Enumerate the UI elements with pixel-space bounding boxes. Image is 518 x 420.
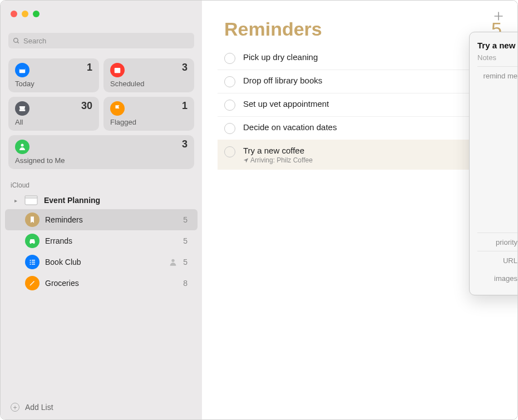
list-errands[interactable]: Errands5	[5, 230, 198, 251]
complete-checkbox[interactable]	[224, 53, 235, 64]
minimize-window-button[interactable]	[22, 11, 28, 17]
reminder-title: Drop off library books	[243, 76, 504, 85]
reminder-subtitle: Arriving: Philz Coffee	[243, 156, 487, 164]
reminder-title: Set up vet appointment	[243, 99, 504, 108]
smart-all-count: 30	[81, 100, 92, 112]
list-count: 8	[183, 279, 188, 288]
svg-rect-8	[25, 196, 37, 198]
priority-label: priority	[477, 238, 517, 246]
list-count: 5	[183, 236, 188, 245]
smart-today-count: 1	[87, 62, 92, 73]
remind-me-label: remind me	[477, 71, 517, 80]
svg-point-6	[21, 144, 24, 147]
list-name: Groceries	[45, 279, 177, 288]
complete-checkbox[interactable]	[224, 100, 235, 111]
list-book-club[interactable]: Book Club5	[5, 251, 198, 273]
sidebar: Search 1 Today 3 Scheduled	[1, 1, 202, 419]
zoom-window-button[interactable]	[33, 11, 40, 17]
reminders-window: Search 1 Today 3 Scheduled	[0, 0, 518, 420]
complete-checkbox[interactable]	[224, 76, 235, 87]
smart-flagged-count: 1	[182, 100, 188, 112]
popover-title[interactable]: Try a new coffee	[477, 41, 518, 50]
add-list-button[interactable]: ＋ Add List	[1, 395, 202, 419]
pencil-icon	[25, 276, 40, 290]
notes-field[interactable]: Notes	[477, 51, 518, 67]
reminder-title: Decide on vacation dates	[243, 122, 504, 132]
list-reminders[interactable]: Reminders5	[5, 209, 198, 230]
close-window-button[interactable]	[11, 11, 17, 17]
reminder-details-popover: Try a new coffee Notes remind me On a Da…	[469, 32, 518, 295]
add-list-label: Add List	[25, 403, 53, 412]
person-icon	[15, 140, 29, 154]
smart-lists: 1 Today 3 Scheduled 30 All	[1, 54, 202, 174]
tray-icon	[15, 101, 29, 116]
car-icon	[25, 234, 40, 248]
smart-flagged[interactable]: 1 Flagged	[103, 97, 194, 131]
calendar-icon	[110, 63, 125, 77]
search-icon	[13, 37, 20, 45]
plus-icon: ＋	[11, 403, 19, 412]
smart-today-label: Today	[15, 80, 92, 88]
folder-icon	[24, 195, 38, 206]
search-field[interactable]: Search	[8, 33, 194, 48]
svg-rect-4	[115, 68, 121, 73]
svg-rect-16	[32, 264, 35, 265]
svg-point-15	[30, 264, 31, 265]
titlebar	[1, 1, 517, 27]
svg-line-1	[17, 42, 19, 43]
shared-icon	[169, 258, 177, 266]
svg-point-9	[30, 243, 31, 244]
list-name: Errands	[45, 236, 177, 245]
smart-all-label: All	[15, 118, 92, 126]
folder-event-planning[interactable]: ▸ Event Planning	[5, 191, 198, 209]
chevron-right-icon[interactable]: ▸	[13, 197, 18, 204]
smart-flagged-label: Flagged	[110, 118, 188, 126]
smart-assigned-count: 3	[182, 139, 188, 150]
svg-rect-12	[32, 260, 35, 261]
list-groceries[interactable]: Groceries8	[5, 273, 198, 294]
svg-rect-3	[19, 68, 26, 70]
list-name: Reminders	[45, 215, 177, 224]
list-icon	[25, 255, 40, 269]
smart-scheduled[interactable]: 3 Scheduled	[103, 58, 194, 92]
bookmark-icon	[25, 213, 40, 227]
svg-point-17	[172, 259, 175, 262]
svg-rect-5	[19, 110, 26, 111]
list-count: 5	[183, 215, 188, 224]
window-controls	[1, 11, 40, 17]
main-panel: Reminders 5 Pick up dry cleaningDrop off…	[202, 1, 517, 419]
svg-point-13	[30, 262, 31, 263]
calendar-today-icon	[15, 63, 29, 77]
complete-checkbox[interactable]	[224, 123, 235, 134]
search-placeholder: Search	[23, 37, 46, 45]
reminder-title: Try a new coffee	[243, 146, 487, 155]
smart-scheduled-count: 3	[182, 62, 188, 73]
smart-scheduled-label: Scheduled	[110, 80, 188, 88]
images-label: images	[477, 274, 517, 283]
complete-checkbox[interactable]	[224, 146, 235, 157]
reminder-title: Pick up dry cleaning	[243, 52, 504, 62]
list-count: 5	[183, 258, 188, 266]
url-label: URL	[477, 256, 517, 265]
smart-all[interactable]: 30 All	[8, 97, 99, 131]
smart-today[interactable]: 1 Today	[8, 58, 99, 92]
smart-assigned[interactable]: 3 Assigned to Me	[8, 135, 194, 169]
smart-assigned-label: Assigned to Me	[15, 156, 188, 165]
folder-name: Event Planning	[44, 196, 188, 205]
flag-icon	[110, 101, 125, 116]
svg-point-11	[30, 260, 31, 261]
list-name: Book Club	[45, 258, 163, 266]
svg-rect-14	[32, 262, 35, 263]
account-label: iCloud	[1, 174, 202, 191]
svg-point-10	[33, 243, 34, 244]
svg-point-0	[14, 38, 18, 42]
